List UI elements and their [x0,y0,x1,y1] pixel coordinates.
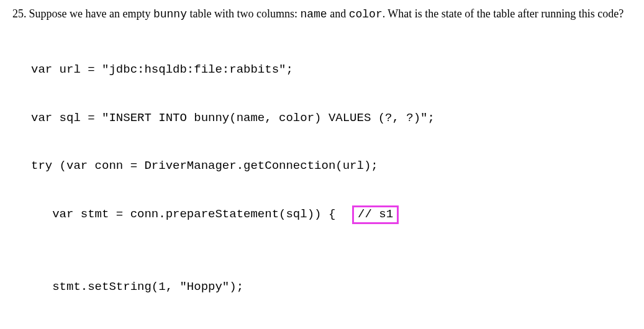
q-prefix: Suppose we have an empty [29,7,153,20]
highlighted-comment: // s1 [352,205,399,224]
code-line-6: stmt.setString(2, "Brown"); [31,323,632,329]
question-block: 25. Suppose we have an empty bunny table… [12,5,632,24]
code-line-5: stmt.setString(1, "Hoppy"); [31,275,632,299]
code-block: var url = "jdbc:hsqldb:file:rabbits"; va… [31,34,632,329]
code-line-1: var url = "jdbc:hsqldb:file:rabbits"; [31,58,632,82]
inline-code-color: color [349,8,383,20]
q-suffix: . What is the state of the table after r… [383,7,624,20]
q-mid2: and [327,7,349,20]
q-mid1: table with two columns: [187,7,300,20]
inline-code-name: name [300,8,327,20]
question-number: 25. [12,5,27,24]
question-text: Suppose we have an empty bunny table wit… [29,5,632,24]
inline-code-bunny: bunny [153,8,187,20]
code-line-4-body: var stmt = conn.prepareStatement(sql)) { [31,207,350,221]
code-line-2: var sql = "INSERT INTO bunny(name, color… [31,106,632,130]
code-line-3: try (var conn = DriverManager.getConnect… [31,154,632,178]
code-line-4: var stmt = conn.prepareStatement(sql)) {… [31,202,632,227]
